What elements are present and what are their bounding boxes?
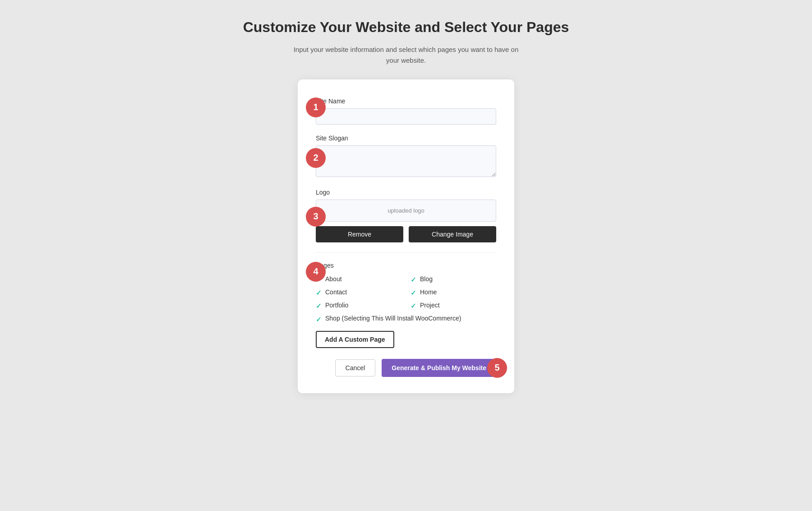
check-shop-icon: ✓ <box>316 316 322 324</box>
add-custom-page-button[interactable]: Add A Custom Page <box>316 331 394 348</box>
card-footer: Cancel Generate & Publish My Website 5 <box>316 359 496 377</box>
page-contact-label: Contact <box>325 288 347 296</box>
page-home-label: Home <box>420 288 437 296</box>
page-portfolio-label: Portfolio <box>325 302 348 309</box>
site-name-section: 1 Site Name <box>316 98 496 125</box>
divider <box>316 252 496 253</box>
page-item-blog[interactable]: ✓ Blog <box>411 275 496 284</box>
form-card: 1 Site Name 2 Site Slogan 3 Logo uploade… <box>298 79 514 393</box>
page-item-contact[interactable]: ✓ Contact <box>316 288 401 297</box>
page-item-shop[interactable]: ✓ Shop (Selecting This Will Install WooC… <box>316 315 496 324</box>
cancel-button[interactable]: Cancel <box>335 359 376 376</box>
step-badge-2: 2 <box>306 148 326 168</box>
pages-grid: ✓ About ✓ Blog ✓ Contact ✓ Home ✓ Portfo… <box>316 275 496 310</box>
page-item-about[interactable]: ✓ About <box>316 275 401 284</box>
remove-button[interactable]: Remove <box>316 226 403 242</box>
page-item-portfolio[interactable]: ✓ Portfolio <box>316 302 401 310</box>
check-project-icon: ✓ <box>411 302 416 310</box>
logo-section: 3 Logo uploaded logo Remove Change Image <box>316 189 496 242</box>
check-portfolio-icon: ✓ <box>316 302 322 310</box>
step-badge-3: 3 <box>306 207 326 227</box>
page-subtitle: Input your website information and selec… <box>293 44 519 66</box>
step-badge-5: 5 <box>487 358 507 378</box>
site-slogan-label: Site Slogan <box>316 135 496 142</box>
logo-label: Logo <box>316 189 496 196</box>
site-name-input[interactable] <box>316 108 496 125</box>
page-blog-label: Blog <box>420 275 433 283</box>
page-about-label: About <box>325 275 342 283</box>
check-home-icon: ✓ <box>411 289 416 297</box>
step-badge-4: 4 <box>306 262 326 282</box>
check-contact-icon: ✓ <box>316 289 322 297</box>
logo-preview: uploaded logo <box>316 200 496 222</box>
site-name-label: Site Name <box>316 98 496 105</box>
step-badge-1: 1 <box>306 98 326 117</box>
pages-section: 4 Pages ✓ About ✓ Blog ✓ Contact ✓ Home … <box>316 262 496 348</box>
site-slogan-input[interactable] <box>316 145 496 177</box>
change-image-button[interactable]: Change Image <box>409 226 496 242</box>
logo-buttons: Remove Change Image <box>316 226 496 242</box>
pages-label: Pages <box>316 262 496 269</box>
page-item-home[interactable]: ✓ Home <box>411 288 496 297</box>
page-header: Customize Your Website and Select Your P… <box>243 18 569 66</box>
page-project-label: Project <box>420 302 440 309</box>
page-title: Customize Your Website and Select Your P… <box>243 18 569 37</box>
page-item-project[interactable]: ✓ Project <box>411 302 496 310</box>
page-shop-label: Shop (Selecting This Will Install WooCom… <box>325 315 461 322</box>
check-blog-icon: ✓ <box>411 276 416 284</box>
site-slogan-section: 2 Site Slogan <box>316 135 496 179</box>
logo-placeholder-text: uploaded logo <box>388 207 424 214</box>
generate-publish-button[interactable]: Generate & Publish My Website <box>382 359 496 377</box>
